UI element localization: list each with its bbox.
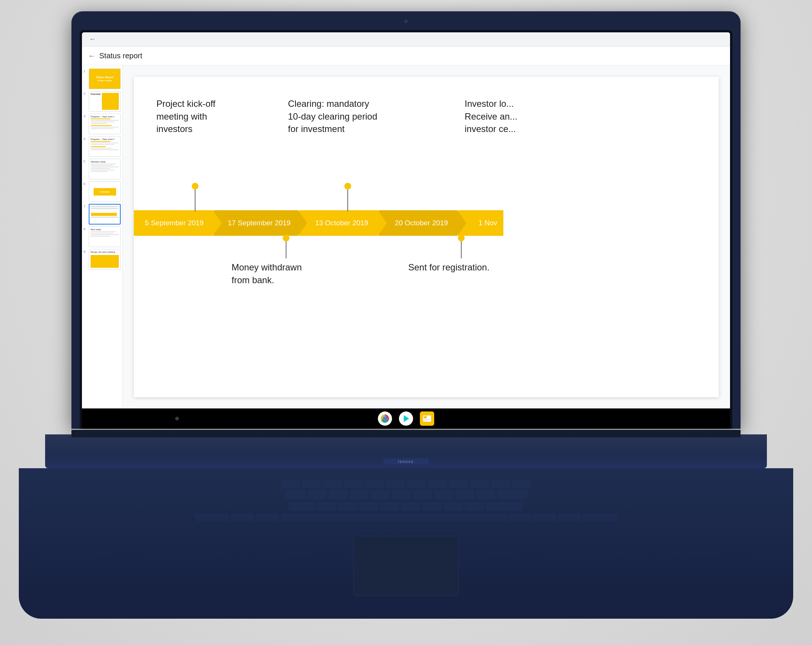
screen-bezel: ← ← Status report: [80, 30, 732, 429]
svg-rect-9: [424, 420, 429, 421]
slide-thumb-8[interactable]: 8 Next steps: [84, 226, 121, 247]
chrome-taskbar: [82, 408, 730, 429]
app-container: ← Status report 1 Status: [82, 47, 730, 408]
slide-canvas: Project kick-off meeting with investors …: [134, 77, 719, 397]
chrome-topbar: ←: [82, 32, 730, 47]
app-title: Status report: [99, 52, 142, 60]
play-store-icon[interactable]: [399, 411, 413, 426]
slide-thumb-9[interactable]: 9 Recap: the next meeting: [84, 249, 121, 270]
main-slide-area: Project kick-off meeting with investors …: [122, 66, 730, 408]
laptop-keyboard: [19, 468, 793, 619]
line1-top: [195, 190, 195, 211]
app-header: ← Status report: [82, 47, 730, 66]
slide-thumb-1[interactable]: 1 Status Report Project name: [84, 69, 121, 89]
slide-thumb-7[interactable]: 7: [84, 204, 121, 225]
camera-dot: [404, 20, 408, 23]
event3-top-label: Investor lo... Receive an... investor ce…: [465, 98, 517, 135]
laptop-hinge: [72, 430, 740, 437]
taskbar-dot: [175, 417, 179, 420]
event2-top-label: Clearing: mandatory 10-day clearing peri…: [288, 98, 377, 135]
svg-rect-7: [424, 416, 427, 418]
timeline-bar: 5 September 2019 17 September 2019: [134, 210, 719, 236]
dot2-top: [344, 183, 351, 190]
svg-rect-8: [424, 419, 430, 420]
event1-bottom-label: Money withdrawn from bank.: [232, 261, 302, 286]
timeline-seg-3: 13 October 2019: [299, 210, 378, 236]
slide-thumb-6[interactable]: 6 Schedule: [84, 181, 121, 202]
app-back-button[interactable]: ←: [88, 52, 96, 60]
timeline-seg-1: 5 September 2019: [134, 210, 213, 236]
slides-taskbar-icon[interactable]: [420, 411, 434, 426]
slide-thumb-3[interactable]: 3 Progress – Topic area 1: [84, 113, 121, 134]
timeline-seg-2: 17 September 2019: [214, 210, 298, 236]
slides-workspace: 1 Status Report Project name: [82, 66, 730, 408]
event2-bottom-label: Sent for registration.: [408, 261, 490, 274]
slide-thumb-2[interactable]: 2 Overview: [84, 91, 121, 112]
slides-panel: 1 Status Report Project name: [82, 66, 122, 408]
svg-point-3: [383, 416, 387, 421]
dot2-bottom: [458, 235, 465, 241]
event1-top-label: Project kick-off meeting with investors: [156, 98, 215, 135]
laptop-base: lenovo: [45, 434, 767, 468]
screen-glass: ← ← Status report: [82, 32, 730, 429]
line2-top: [347, 190, 348, 211]
dot1-bottom: [283, 235, 290, 241]
timeline-seg-4: 20 October 2019: [379, 210, 458, 236]
chrome-icon[interactable]: [378, 411, 392, 426]
slide-thumb-5[interactable]: 5 Attention areas: [84, 159, 121, 179]
chrome-back-button[interactable]: ←: [87, 34, 98, 45]
slide-thumb-4[interactable]: 4 Progress – Topic area 2: [84, 136, 121, 157]
laptop-lid: ← ← Status report: [72, 11, 740, 429]
dot1-top: [192, 183, 198, 190]
